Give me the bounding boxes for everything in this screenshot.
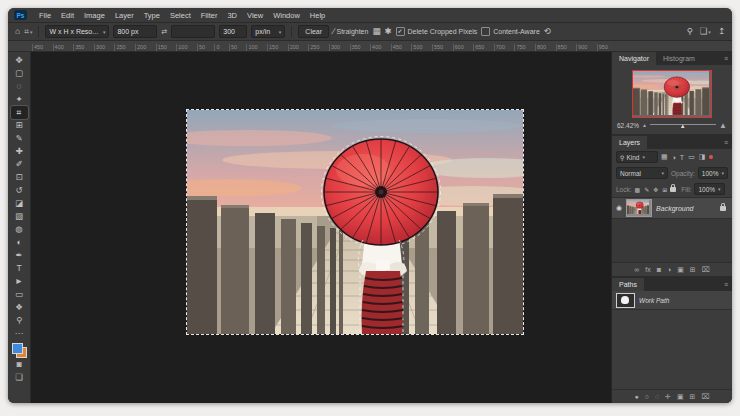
document-image[interactable]	[187, 110, 523, 334]
tool-marquee[interactable]: ▢	[11, 67, 28, 80]
workspace-switcher-button[interactable]: ❏ ▾	[700, 27, 711, 36]
tool-move[interactable]: ✥	[11, 54, 28, 67]
zoom-level-value[interactable]: 62.42%	[617, 122, 639, 129]
home-icon[interactable]: ⌂	[15, 27, 20, 36]
menu-view[interactable]: View	[242, 11, 268, 20]
panel-menu-icon[interactable]: ≡	[724, 52, 728, 65]
tool-path-select[interactable]: ►	[11, 275, 28, 288]
stroke-path-icon[interactable]: ○	[645, 393, 649, 400]
layer-visibility-icon[interactable]: ◉	[616, 204, 622, 212]
resolution-input[interactable]: 300	[219, 25, 247, 38]
quick-mask-button[interactable]: ◙	[11, 358, 28, 371]
crop-settings-icon[interactable]: ✱	[384, 27, 391, 36]
resolution-unit-select[interactable]: px/in ▾	[251, 25, 285, 38]
horizontal-ruler[interactable]: 4504003503002502001501005005010015020025…	[8, 41, 732, 52]
tool-more[interactable]: ⋯	[11, 327, 28, 340]
foreground-color-swatch[interactable]	[12, 343, 23, 354]
lock-transparency-icon[interactable]: ▩	[635, 186, 641, 193]
zoom-in-icon[interactable]: ▲	[719, 122, 727, 130]
filter-type-layers-icon[interactable]: T	[680, 154, 684, 161]
menu-3d[interactable]: 3D	[222, 11, 242, 20]
tool-quick-select[interactable]: ✦	[11, 93, 28, 106]
add-layer-mask-icon[interactable]: ◙	[657, 266, 661, 273]
tool-blur[interactable]: ◍	[11, 223, 28, 236]
menu-image[interactable]: Image	[79, 11, 110, 20]
reset-icon[interactable]: ⟲	[544, 27, 551, 36]
zoom-out-icon[interactable]: ▲	[642, 123, 647, 128]
menu-type[interactable]: Type	[139, 11, 165, 20]
path-row-work-path[interactable]: Work Path	[612, 291, 732, 310]
path-name[interactable]: Work Path	[639, 297, 669, 304]
menu-edit[interactable]: Edit	[56, 11, 79, 20]
current-tool-button[interactable]: ⌗ ▾	[24, 27, 32, 36]
load-path-selection-icon[interactable]: ◌	[655, 393, 659, 400]
tool-clone-stamp[interactable]: ⊡	[11, 171, 28, 184]
layer-filter-select[interactable]: ⚲ Kind ▾	[616, 151, 658, 163]
tab-layers[interactable]: Layers	[612, 136, 647, 149]
layer-effects-icon[interactable]: fx	[645, 266, 650, 273]
menu-layer[interactable]: Layer	[110, 11, 139, 20]
crop-height-input[interactable]	[171, 25, 215, 38]
delete-layer-icon[interactable]: ⌧	[702, 266, 710, 273]
blend-mode-select[interactable]: Normal ▾	[616, 167, 668, 179]
photoshop-logo[interactable]: Ps	[14, 10, 27, 20]
tab-histogram[interactable]: Histogram	[656, 52, 702, 65]
filter-toggle-icon[interactable]	[709, 155, 713, 159]
menu-help[interactable]: Help	[305, 11, 330, 20]
layer-row-background[interactable]: ◉ Background	[612, 198, 732, 219]
tool-shape[interactable]: ▭	[11, 288, 28, 301]
lock-artboard-icon[interactable]: ⊞	[662, 186, 667, 193]
tool-dodge[interactable]: ◐	[11, 236, 28, 249]
tool-eyedropper[interactable]: ✎	[11, 132, 28, 145]
share-icon[interactable]: ↥	[718, 27, 725, 36]
delete-path-icon[interactable]: ⌧	[701, 393, 709, 400]
fill-path-icon[interactable]: ●	[634, 393, 638, 400]
tab-navigator[interactable]: Navigator	[612, 52, 656, 65]
canvas-area[interactable]	[31, 52, 611, 403]
lock-position-icon[interactable]: ✥	[653, 186, 658, 193]
search-icon[interactable]: ⚲	[687, 27, 693, 36]
lock-pixels-icon[interactable]: ✎	[644, 186, 649, 193]
tool-history-brush[interactable]: ↺	[11, 184, 28, 197]
tool-healing[interactable]: ✚	[11, 145, 28, 158]
menu-file[interactable]: File	[34, 11, 56, 20]
make-work-path-icon[interactable]: ✛	[665, 393, 671, 400]
new-layer-icon[interactable]: ⊞	[690, 266, 696, 273]
tool-eraser[interactable]: ◪	[11, 197, 28, 210]
opacity-select[interactable]: 100% ▾	[698, 167, 728, 179]
swap-dimensions-icon[interactable]: ⇄	[161, 28, 167, 35]
layer-thumbnail[interactable]	[626, 199, 652, 217]
navigator-proxy-view[interactable]	[632, 70, 712, 118]
tool-crop[interactable]: ⌗	[11, 106, 28, 119]
overlay-options-icon[interactable]: ▦	[372, 27, 380, 36]
layer-name[interactable]: Background	[656, 205, 716, 212]
tool-pen[interactable]: ✒	[11, 249, 28, 262]
panel-menu-icon[interactable]: ≡	[724, 136, 728, 149]
straighten-button[interactable]: ∕ Straighten	[333, 27, 368, 36]
menu-window[interactable]: Window	[268, 11, 305, 20]
filter-pixel-layers-icon[interactable]: ▦	[661, 153, 668, 161]
new-path-icon[interactable]: ⊞	[690, 393, 696, 400]
screen-mode-button[interactable]: ❏	[11, 371, 28, 384]
content-aware-checkbox[interactable]: ✓ Content-Aware	[481, 27, 540, 36]
fill-select[interactable]: 100% ▾	[694, 183, 724, 195]
menu-filter[interactable]: Filter	[196, 11, 223, 20]
menu-select[interactable]: Select	[165, 11, 196, 20]
tool-zoom[interactable]: ⚲	[11, 314, 28, 327]
tool-gradient[interactable]: ▨	[11, 210, 28, 223]
tab-paths[interactable]: Paths	[612, 278, 644, 291]
new-adjustment-layer-icon[interactable]: ◑	[667, 266, 671, 273]
crop-preset-select[interactable]: W x H x Reso... ▾	[45, 25, 109, 38]
filter-shape-layers-icon[interactable]: ▭	[688, 153, 695, 161]
delete-cropped-pixels-checkbox[interactable]: ✓ Delete Cropped Pixels	[396, 27, 478, 36]
clear-button[interactable]: Clear	[298, 25, 329, 38]
new-group-icon[interactable]: ▣	[677, 266, 684, 273]
lock-all-icon[interactable]	[670, 187, 676, 192]
tool-frame[interactable]: ⊞	[11, 119, 28, 132]
zoom-slider-thumb[interactable]: ▲	[680, 123, 686, 129]
filter-smart-objects-icon[interactable]: ◨	[699, 153, 706, 161]
panel-menu-icon[interactable]: ≡	[724, 278, 728, 291]
tool-brush[interactable]: ✐	[11, 158, 28, 171]
zoom-slider[interactable]: ▲	[650, 121, 716, 130]
link-layers-icon[interactable]: ∞	[634, 266, 639, 273]
